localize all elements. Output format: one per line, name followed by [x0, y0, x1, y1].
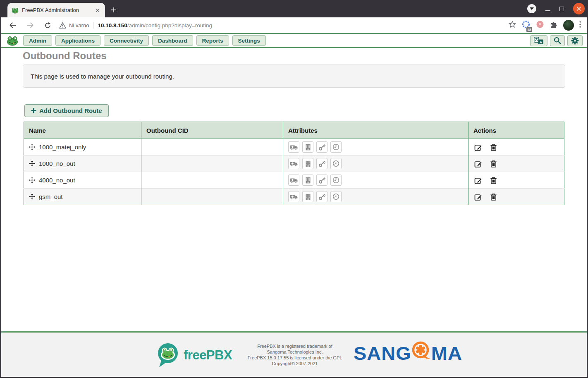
freepbx-logo-icon[interactable] [7, 35, 18, 46]
emergency-route-icon[interactable] [288, 191, 299, 202]
language-button[interactable]: A [530, 35, 547, 46]
security-label[interactable]: Ni varno [69, 22, 89, 29]
url-path: /admin/config.php?display=routing [127, 22, 212, 29]
intracompany-route-icon[interactable] [302, 158, 313, 169]
browser-tab[interactable]: FreePBX Administration [7, 3, 105, 17]
browser-window: FreePBX Administration [0, 0, 588, 378]
page-description: This page is used to manage your outboun… [31, 73, 174, 80]
back-button[interactable] [7, 19, 19, 31]
sangoma-bubble-asterisk-icon [410, 340, 432, 364]
extension-badge: 18 [526, 27, 533, 32]
warning-icon [59, 22, 66, 29]
time-group-icon[interactable] [330, 191, 342, 202]
move-handle-icon[interactable] [29, 177, 35, 183]
browser-toolbar: Ni varno 10.10.8.150/admin/config.php?di… [1, 17, 587, 33]
emergency-route-icon[interactable] [288, 141, 299, 153]
tab-search-button[interactable] [527, 4, 536, 13]
password-protected-icon[interactable] [316, 175, 327, 186]
table-row: gsm_out [24, 189, 564, 205]
password-protected-icon[interactable] [316, 158, 327, 169]
search-icon [554, 37, 561, 44]
nav-dashboard[interactable]: Dashboard [152, 35, 193, 46]
col-attributes: Attributes [283, 122, 468, 139]
password-protected-icon[interactable] [316, 141, 327, 153]
nav-admin[interactable]: Admin [23, 35, 52, 46]
svg-text:A: A [539, 40, 542, 44]
nav-connectivity[interactable]: Connectivity [104, 35, 149, 46]
extensions-puzzle-icon[interactable] [550, 20, 558, 30]
delete-icon[interactable] [489, 143, 498, 152]
edit-icon[interactable] [473, 143, 483, 152]
new-tab-button[interactable] [109, 5, 118, 14]
page-content: Outbound Routes This page is used to man… [1, 48, 587, 331]
address-separator [93, 22, 93, 29]
nav-applications[interactable]: Applications [55, 35, 100, 46]
nav-reports[interactable]: Reports [196, 35, 229, 46]
minimize-button[interactable] [545, 7, 550, 11]
route-name: gsm_out [39, 193, 63, 200]
table-header-row: Name Outbound CID Attributes Actions [24, 122, 564, 139]
footer-trademark: FreePBX is a registered trademark of San… [220, 343, 369, 366]
page-title: Outbound Routes [23, 50, 107, 62]
settings-button[interactable] [567, 35, 583, 46]
col-name: Name [24, 122, 141, 139]
emergency-route-icon[interactable] [288, 175, 299, 186]
nav-settings[interactable]: Settings [232, 35, 266, 46]
route-name: 1000_matej_only [39, 144, 86, 151]
table-row: 4000_no_out [24, 172, 564, 189]
time-group-icon[interactable] [330, 158, 342, 169]
route-name: 1000_no_out [39, 160, 75, 167]
freepbx-bubble-icon [156, 342, 179, 368]
edit-icon[interactable] [473, 176, 483, 185]
search-button[interactable] [550, 35, 565, 46]
tab-close-icon[interactable] [94, 7, 101, 14]
bookmark-star-icon[interactable] [509, 21, 516, 30]
table-row: 1000_matej_only [24, 139, 564, 156]
table-row: 1000_no_out [24, 156, 564, 172]
time-group-icon[interactable] [330, 141, 342, 153]
add-outbound-route-button[interactable]: Add Outbound Route [24, 104, 109, 117]
freepbx-favicon-icon [12, 7, 19, 14]
move-handle-icon[interactable] [29, 194, 35, 200]
plus-icon [31, 108, 36, 113]
sangoma-prefix: SANG [354, 342, 411, 364]
extension-adblock-icon[interactable]: 18 [521, 20, 531, 31]
outbound-routes-table: Name Outbound CID Attributes Actions 100… [24, 122, 564, 205]
route-name: 4000_no_out [39, 177, 75, 184]
col-outbound-cid: Outbound CID [141, 122, 283, 139]
footer: freePBX FreePBX is a registered trademar… [1, 333, 587, 377]
col-actions: Actions [468, 122, 564, 139]
maximize-button[interactable] [559, 7, 564, 11]
forward-button[interactable] [24, 19, 36, 31]
url-host: 10.10.8.150 [98, 22, 127, 29]
close-button[interactable] [573, 3, 585, 14]
profile-avatar[interactable] [563, 20, 574, 31]
edit-icon[interactable] [473, 192, 483, 201]
password-protected-icon[interactable] [316, 191, 327, 202]
language-icon: A [534, 37, 544, 45]
emergency-route-icon[interactable] [288, 158, 299, 169]
delete-icon[interactable] [489, 176, 498, 185]
freepbx-navbar: Admin Applications Connectivity Dashboar… [1, 33, 587, 48]
extension-pink-icon[interactable] [536, 20, 544, 30]
browser-menu-icon[interactable] [579, 21, 581, 29]
move-handle-icon[interactable] [29, 160, 35, 167]
intracompany-route-icon[interactable] [302, 175, 313, 186]
time-group-icon[interactable] [330, 175, 342, 186]
intracompany-route-icon[interactable] [302, 191, 313, 202]
sangoma-logo: SANG MA [354, 340, 462, 366]
delete-icon[interactable] [489, 192, 498, 201]
delete-icon[interactable] [489, 159, 498, 168]
tab-title: FreePBX Administration [22, 7, 91, 13]
page-description-box: This page is used to manage your outboun… [23, 65, 565, 88]
gear-icon [571, 37, 579, 45]
edit-icon[interactable] [473, 159, 483, 168]
address-bar[interactable]: Ni varno 10.10.8.150/admin/config.php?di… [59, 19, 509, 31]
move-handle-icon[interactable] [29, 144, 35, 150]
intracompany-route-icon[interactable] [302, 141, 313, 153]
sangoma-suffix: MA [431, 342, 462, 364]
refresh-button[interactable] [42, 19, 53, 31]
titlebar: FreePBX Administration [0, 0, 588, 17]
